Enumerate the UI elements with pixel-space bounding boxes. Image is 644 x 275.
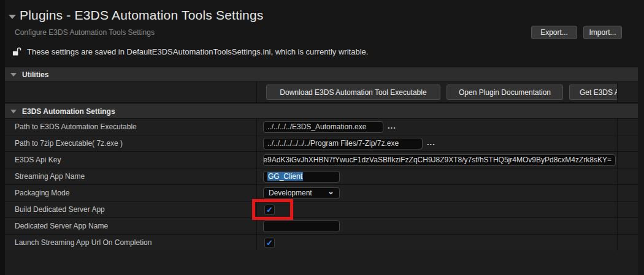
setting-label: Packaging Mode bbox=[15, 189, 69, 197]
unlock-icon bbox=[12, 47, 21, 56]
setting-row-streaming-app-name: Streaming App Name GG_Client bbox=[5, 168, 638, 184]
check-icon: ✓ bbox=[266, 239, 273, 247]
open-plugin-documentation-button[interactable]: Open Plugin Documentation bbox=[447, 85, 563, 100]
category-label: Utilities bbox=[22, 70, 48, 79]
api-key-input[interactable]: 321be9AdK3iGvJhXHBN7fYwucF1dzVaSBfIkziFz… bbox=[263, 154, 616, 166]
setting-row-api-key: E3DS Api Key 321be9AdK3iGvJhXHBN7fYwucF1… bbox=[5, 152, 638, 168]
setting-row-dedicated-server-name: Dedicated Server App Name bbox=[5, 218, 638, 234]
expander-arrow-icon[interactable] bbox=[9, 15, 16, 19]
setting-label: Build Dedicated Server App bbox=[15, 205, 105, 214]
import-button[interactable]: Import... bbox=[583, 26, 622, 39]
setting-label: Streaming App Name bbox=[15, 172, 85, 181]
get-e3ds-api-key-button[interactable]: Get E3DS A bbox=[569, 85, 617, 100]
page-header: Plugins - E3DS Automation Tools Settings bbox=[9, 8, 264, 23]
writable-notice-text: These settings are saved in DefaultE3DSA… bbox=[27, 47, 368, 56]
category-label: E3DS Automation Settings bbox=[22, 107, 115, 116]
category-expander-icon bbox=[10, 110, 17, 113]
setting-row-packaging-mode: Packaging Mode Development ⌄ bbox=[5, 185, 638, 201]
browse-ellipsis-button[interactable]: ... bbox=[427, 138, 435, 147]
config-file-notice: These settings are saved in DefaultE3DSA… bbox=[12, 47, 368, 56]
packaging-mode-dropdown[interactable]: Development ⌄ bbox=[263, 187, 340, 199]
browse-ellipsis-button[interactable]: ... bbox=[388, 121, 396, 130]
launch-url-checkbox[interactable]: ✓ bbox=[264, 238, 275, 248]
setting-label: E3DS Api Key bbox=[15, 156, 61, 164]
check-icon: ✓ bbox=[266, 206, 273, 214]
setting-row-build-dedicated-server: Build Dedicated Server App ✓ bbox=[5, 202, 638, 217]
page-title: Plugins - E3DS Automation Tools Settings bbox=[20, 8, 264, 23]
chevron-down-icon: ⌄ bbox=[328, 187, 334, 196]
setting-label: Launch Streaming App Url On Completion bbox=[15, 238, 151, 247]
setting-label: Path to E3DS Automation Executable bbox=[15, 122, 137, 131]
dedicated-server-name-input[interactable] bbox=[263, 220, 340, 232]
setting-label: Path to 7zip Executable( 7z.exe ) bbox=[15, 139, 123, 148]
category-e3ds-automation-settings[interactable]: E3DS Automation Settings bbox=[5, 104, 638, 118]
project-settings-window: Plugins - E3DS Automation Tools Settings… bbox=[0, 0, 644, 275]
build-dedicated-server-checkbox[interactable]: ✓ bbox=[264, 205, 275, 215]
download-automation-tool-button[interactable]: Download E3DS Automation Tool Executable bbox=[266, 85, 440, 100]
settings-panel: Utilities Download E3DS Automation Tool … bbox=[5, 67, 638, 275]
utilities-buttons-row: Download E3DS Automation Tool Executable… bbox=[5, 82, 638, 102]
selected-text: GG_Client bbox=[267, 172, 303, 181]
path-exe-input[interactable]: ../../../../E3DS_Automation.exe bbox=[263, 121, 383, 133]
setting-row-launch-url-on-completion: Launch Streaming App Url On Completion ✓ bbox=[5, 235, 638, 251]
category-utilities[interactable]: Utilities bbox=[5, 67, 638, 81]
streaming-app-name-input[interactable]: GG_Client bbox=[263, 171, 340, 183]
setting-row-path-7zip: Path to 7zip Executable( 7z.exe ) ../../… bbox=[5, 135, 638, 151]
setting-label: Dedicated Server App Name bbox=[15, 222, 108, 230]
panel-left-edge bbox=[0, 0, 5, 275]
page-subtitle: Configure E3DS Automation Tools Settings bbox=[15, 28, 155, 37]
setting-row-path-exe: Path to E3DS Automation Executable ../..… bbox=[5, 119, 638, 135]
category-expander-icon bbox=[10, 73, 17, 77]
path-7zip-input[interactable]: ../../../../../../../Program Files/7-Zip… bbox=[263, 138, 423, 149]
export-button[interactable]: Export... bbox=[531, 26, 577, 39]
